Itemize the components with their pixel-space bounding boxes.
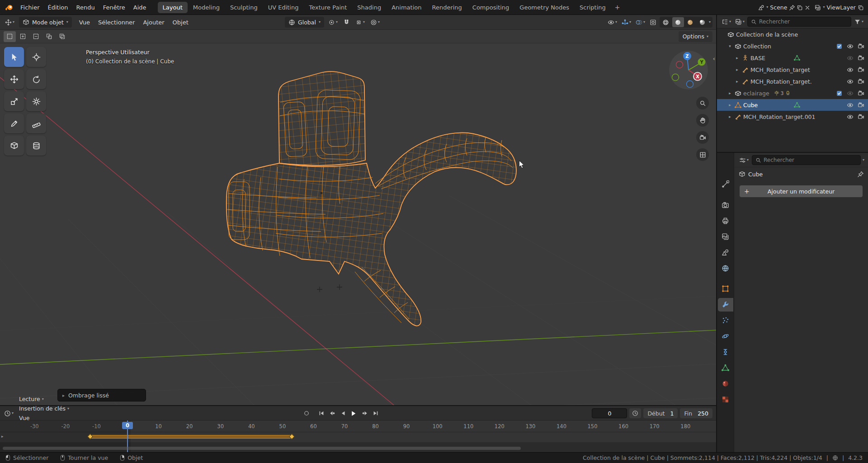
outliner-row-collection[interactable]: ▾Collection — [717, 40, 868, 52]
viewport-menu-ajouter[interactable]: Ajouter — [139, 17, 168, 28]
eye-toggle[interactable] — [847, 43, 854, 50]
scene-selector[interactable]: ▾ Scene — [758, 4, 810, 11]
disclosure-closed-icon[interactable]: ▸ — [727, 91, 733, 95]
properties-tab-material[interactable] — [718, 377, 733, 391]
properties-tab-output[interactable] — [718, 214, 733, 227]
menu-rendu[interactable]: Rendu — [72, 2, 99, 13]
select-mode-extend[interactable] — [17, 31, 29, 42]
outliner-row-eclairage[interactable]: ▸eclairage3 — [717, 87, 868, 99]
viewlayer-selector[interactable]: ▾ ViewLayer — [815, 4, 863, 11]
disclosure-closed-icon[interactable]: ▸ — [734, 79, 740, 84]
add-modifier-button[interactable]: + Ajouter un modificateur — [740, 185, 863, 197]
show-gizmo-dropdown[interactable]: ▾ — [620, 17, 632, 28]
play-button[interactable] — [349, 408, 359, 418]
shading-wireframe-button[interactable] — [660, 17, 672, 27]
eye-toggle[interactable] — [847, 113, 854, 120]
viewport-ortho-button[interactable] — [696, 148, 709, 161]
shading-solid-button[interactable] — [672, 17, 684, 27]
select-mode-set[interactable] — [4, 31, 16, 42]
navigation-gizmo[interactable]: Z Y X — [668, 50, 709, 90]
auto-keying-toggle[interactable] — [301, 408, 311, 418]
workspace-tab-shading[interactable]: Shading — [352, 2, 386, 13]
tool-annotate[interactable] — [4, 113, 24, 133]
options-dropdown[interactable]: Options ▾ — [679, 31, 712, 42]
timeline-menu-insertion-de-cl-s[interactable]: Insertion de clés▾ — [16, 404, 72, 413]
eye-toggle[interactable] — [847, 78, 854, 85]
show-overlays-dropdown[interactable]: ▾ — [634, 17, 646, 28]
tool-cursor[interactable] — [26, 47, 46, 67]
snap-with-dropdown[interactable]: ▾ — [354, 17, 366, 28]
workspace-tab-geometry-nodes[interactable]: Geometry Nodes — [514, 2, 574, 13]
properties-tab-scene[interactable] — [718, 246, 733, 259]
outliner-filter-dropdown[interactable]: ▾ — [853, 16, 865, 27]
orientation-dropdown[interactable]: Global ▾ — [285, 17, 324, 28]
checkbox-toggle[interactable] — [836, 43, 843, 50]
tool-measure[interactable] — [26, 113, 46, 133]
workspace-tab-compositing[interactable]: Compositing — [467, 2, 514, 13]
disclosure-closed-icon[interactable]: ▸ — [727, 114, 733, 119]
disclosure-closed-icon[interactable]: ▸ — [734, 67, 740, 72]
eye-toggle[interactable] — [847, 66, 854, 73]
tool-select-box[interactable] — [4, 47, 24, 67]
menu-aide[interactable]: Aide — [129, 2, 151, 13]
jump-to-next-keyframe-button[interactable] — [359, 408, 370, 418]
eye-toggle[interactable] — [847, 55, 854, 61]
camera-toggle[interactable] — [858, 113, 864, 120]
viewport-menu-sélectionner[interactable]: Sélectionner — [94, 17, 139, 28]
properties-tab-particles[interactable] — [718, 314, 733, 327]
timeline-scrollbar[interactable] — [3, 447, 521, 450]
close-icon[interactable] — [804, 5, 810, 10]
camera-toggle[interactable] — [858, 66, 864, 73]
menu-édition[interactable]: Édition — [44, 2, 72, 13]
select-mode-invert[interactable] — [43, 31, 55, 42]
viewport-zoom-button[interactable] — [696, 97, 709, 109]
viewport-3d[interactable]: Perspective Utilisateur (0) Collection d… — [0, 43, 716, 405]
checkbox-toggle[interactable] — [836, 90, 843, 97]
viewport-pan-button[interactable] — [696, 114, 709, 127]
disclosure-open-icon[interactable]: ▾ — [727, 44, 733, 48]
properties-tab-object[interactable] — [718, 282, 733, 296]
workspace-tab-rendering[interactable]: Rendering — [427, 2, 467, 13]
outliner-editor-type-dropdown[interactable]: ▾ — [720, 16, 732, 27]
tool-add-primitive[interactable] — [26, 136, 46, 156]
outliner-row-mch-rotation-target-[interactable]: ▸MCH_Rotation_target. — [717, 76, 868, 87]
play-reverse-button[interactable] — [338, 408, 348, 418]
workspace-tab-uv-editing[interactable]: UV Editing — [263, 2, 304, 13]
properties-search[interactable] — [752, 155, 861, 165]
timeline-track-area[interactable]: -30-20-100102030405060708090100110120130… — [0, 420, 716, 452]
camera-toggle[interactable] — [858, 90, 864, 97]
tool-add-cube[interactable] — [4, 136, 24, 156]
channel-expand-arrow[interactable]: ▸ — [1, 434, 4, 439]
properties-tab-tool[interactable] — [718, 178, 733, 191]
properties-tab-physics[interactable] — [718, 330, 733, 343]
viewport-menu-vue[interactable]: Vue — [75, 17, 94, 28]
workspace-tab-scripting[interactable]: Scripting — [575, 2, 611, 13]
properties-tab-world[interactable] — [718, 261, 733, 275]
workspace-tab-texture-paint[interactable]: Texture Paint — [304, 2, 352, 13]
pivot-dropdown[interactable]: ▾ — [327, 17, 339, 28]
tool-rotate[interactable] — [26, 69, 46, 89]
add-workspace-button[interactable]: + — [611, 2, 624, 13]
select-mode-intersect[interactable] — [56, 31, 68, 42]
outliner-row-base[interactable]: ▸BASE — [717, 52, 868, 64]
tool-scale[interactable] — [4, 91, 24, 111]
jump-to-end-button[interactable] — [370, 408, 381, 418]
camera-toggle[interactable] — [858, 102, 864, 109]
chevron-down-icon[interactable]: ▾ — [863, 158, 864, 162]
menu-fenêtre[interactable]: Fenêtre — [99, 2, 129, 13]
properties-tab-data[interactable] — [718, 361, 733, 375]
xray-toggle[interactable] — [648, 17, 658, 28]
viewport-menu-objet[interactable]: Objet — [169, 17, 193, 28]
blender-logo-button[interactable] — [5, 3, 14, 12]
properties-editor-type-dropdown[interactable]: ▾ — [738, 155, 750, 165]
workspace-tab-modeling[interactable]: Modeling — [188, 2, 225, 13]
visibility-dropdown[interactable]: ▾ — [606, 17, 618, 28]
camera-toggle[interactable] — [858, 55, 864, 61]
disclosure-closed-icon[interactable]: ▸ — [734, 56, 740, 60]
tool-transform[interactable] — [26, 91, 46, 111]
camera-toggle[interactable] — [858, 78, 864, 85]
shading-material-button[interactable] — [684, 17, 696, 27]
outliner-row-mch-rotation-target-001[interactable]: ▸MCH_Rotation_target.001 — [717, 111, 868, 123]
outliner-row-mch-rotation-target[interactable]: ▸MCH_Rotation_target — [717, 64, 868, 76]
mode-dropdown[interactable]: Mode objet ▾ — [19, 17, 72, 28]
